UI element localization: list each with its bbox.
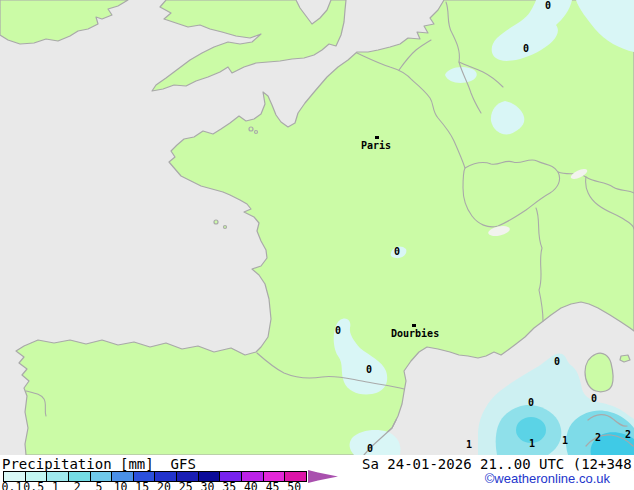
precip-value-marker: 1 <box>529 439 535 448</box>
precip-value-marker: 0 <box>335 326 341 335</box>
legend-bar: Precipitation [mm] GFS 0.10.512510152025… <box>0 455 634 490</box>
forecast-timestamp: Sa 24-01-2026 21..00 UTC (12+348) <box>362 457 634 471</box>
precip-value-marker: 2 <box>625 430 631 439</box>
island-belle-ile <box>214 220 218 224</box>
colorbar-ticks: 0.10.5125101520253035404550 <box>3 480 333 490</box>
coastline-corsica <box>585 353 613 392</box>
precip-value-marker: 0 <box>366 365 372 374</box>
city-label-dourbies: Dourbies <box>391 329 439 339</box>
precip-value-marker: 0 <box>528 398 534 407</box>
map-area[interactable]: ParisDourbies 00000010001122 <box>0 0 634 455</box>
precip-value-marker: 0 <box>591 394 597 403</box>
island-elba <box>620 355 630 362</box>
copyright-link[interactable]: ©weatheronline.co.uk <box>485 472 610 486</box>
colorbar-tick-label: 5 <box>95 480 102 490</box>
precip-value-marker: 0 <box>367 444 373 453</box>
colorbar-tick-label: 35 <box>222 480 236 490</box>
colorbar-tick-label: 30 <box>200 480 214 490</box>
colorbar-tick-label: 1 <box>52 480 59 490</box>
legend-title: Precipitation [mm] GFS <box>2 457 196 471</box>
colorbar-tick-label: 25 <box>179 480 193 490</box>
precip-value-marker: 0 <box>394 247 400 256</box>
precip-value-marker: 1 <box>466 440 472 449</box>
colorbar-tick-label: 40 <box>244 480 258 490</box>
city-label-paris: Paris <box>361 141 391 151</box>
island-small <box>224 226 227 229</box>
precip-value-marker: 0 <box>523 44 529 53</box>
colorbar-tick-label: 15 <box>135 480 149 490</box>
island-channel-2 <box>255 131 258 134</box>
colorbar-tick-label: 50 <box>287 480 301 490</box>
precip-value-marker: 0 <box>554 357 560 366</box>
city-dot-paris <box>375 136 379 139</box>
colorbar-tick-label: 45 <box>266 480 280 490</box>
france-precipitation-map <box>0 0 634 455</box>
colorbar-tick-label: 2 <box>74 480 81 490</box>
weather-map-page: ParisDourbies 00000010001122 Precipitati… <box>0 0 634 490</box>
island-channel <box>249 127 253 131</box>
colorbar-tick-label: 0.5 <box>23 480 44 490</box>
precip-value-marker: 0 <box>545 1 551 10</box>
city-dot-dourbies <box>412 324 416 327</box>
colorbar-tick-label: 20 <box>157 480 171 490</box>
precip-value-marker: 2 <box>595 433 601 442</box>
colorbar-tick-label: 10 <box>114 480 128 490</box>
precip-value-marker: 1 <box>562 436 568 445</box>
colorbar-tick-label: 0.1 <box>2 480 23 490</box>
